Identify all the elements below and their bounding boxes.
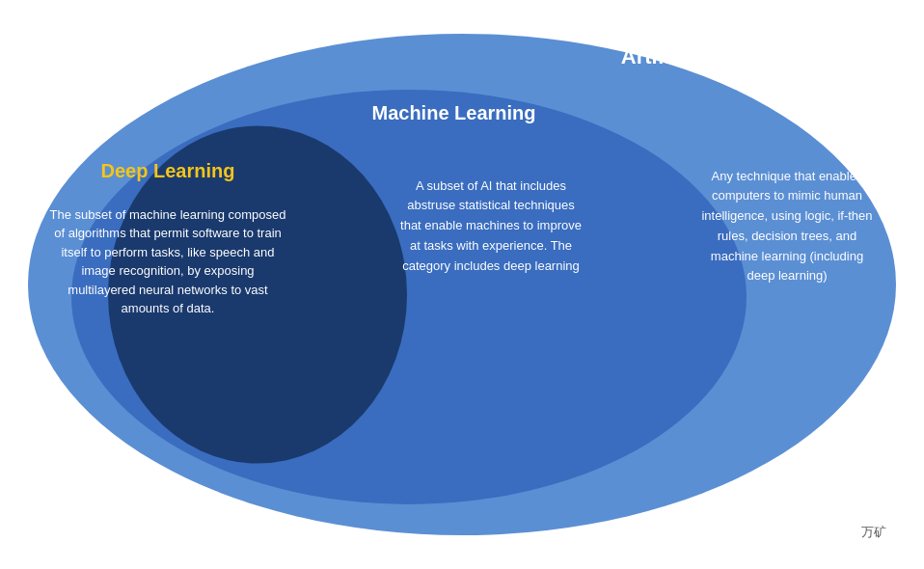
- ml-description: A subset of AI that includes abstruse st…: [399, 176, 583, 277]
- watermark: 万矿: [861, 524, 886, 541]
- diagram-container: Artificial Intelligence Machine Learning…: [18, 17, 906, 553]
- dl-description: The subset of machine learning composed …: [47, 205, 288, 318]
- dl-title: Deep Learning: [101, 160, 235, 182]
- ai-description: Any technique that enables computers to …: [695, 167, 879, 287]
- ml-title: Machine Learning: [371, 102, 535, 124]
- ai-title: Artificial Intelligence: [621, 44, 829, 69]
